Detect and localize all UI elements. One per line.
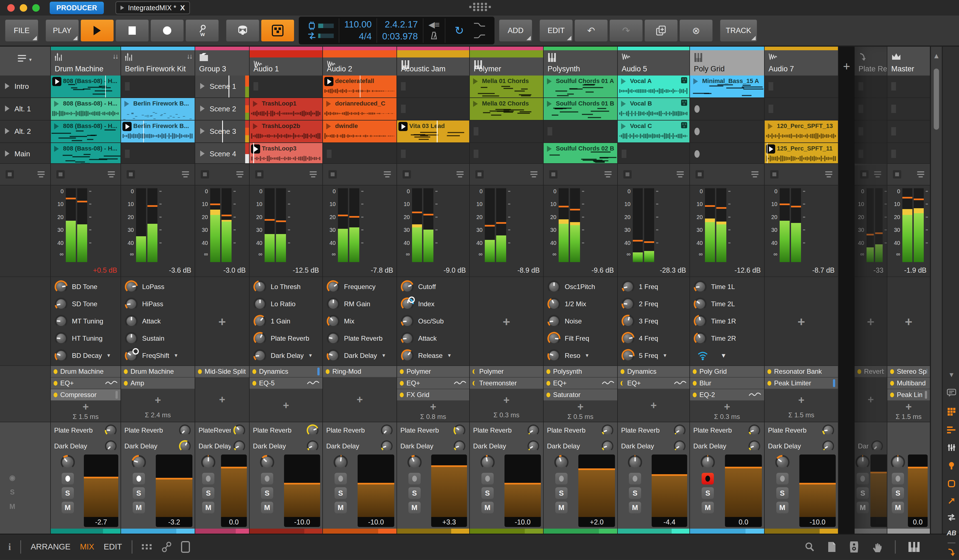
device-peak-limiter[interactable]: Peak Limiter	[887, 389, 930, 401]
search-icon[interactable]	[804, 542, 815, 552]
macro-knob-mix[interactable]	[326, 314, 340, 328]
macro-knob-attack[interactable]	[124, 314, 138, 328]
device-scrollbar[interactable]	[833, 379, 835, 387]
macro-knob-plate-reverb[interactable]	[326, 331, 340, 345]
fader-track[interactable]	[284, 455, 320, 517]
device-panel-icon[interactable]	[943, 480, 959, 488]
loop-icon[interactable]: ↻	[450, 24, 469, 37]
pan-knob[interactable]	[890, 455, 906, 470]
play-menu-button[interactable]: PLAY	[46, 19, 79, 41]
track-stop-alt-icon[interactable]	[182, 171, 189, 177]
track-header-master[interactable]: Master	[887, 47, 930, 76]
device-eq-2[interactable]: EQ-2	[690, 389, 764, 401]
track-header-group-3[interactable]: Group 3	[195, 47, 249, 76]
device-resonator-bank[interactable]: Resonator Bank	[765, 366, 838, 378]
fader-track[interactable]	[431, 455, 467, 517]
scene-list-icon[interactable]	[18, 55, 27, 62]
browser-button[interactable]	[226, 19, 259, 41]
device-saturator[interactable]: Saturator	[544, 389, 617, 401]
track-header-audio-5[interactable]: Audio 5	[618, 47, 690, 76]
macro-knob-cutoff[interactable]	[400, 280, 414, 294]
send-knob-dark-delay[interactable]	[822, 440, 835, 453]
clip-slot[interactable]	[855, 121, 887, 143]
device-enabled-icon[interactable]	[693, 393, 697, 397]
device-enabled-icon[interactable]	[124, 381, 128, 386]
track-button[interactable]: TRACK	[720, 19, 757, 41]
ab-compare-icon[interactable]: AB	[943, 529, 959, 537]
clip-slot[interactable]: TrashLoop1	[250, 98, 322, 121]
macro-knob-ht-tuning[interactable]	[54, 331, 68, 345]
add-remote-controls-button[interactable]: +	[887, 278, 930, 365]
device-enabled-icon[interactable]	[198, 369, 202, 374]
record-arm-button[interactable]	[857, 473, 869, 484]
add-device-button[interactable]: +	[121, 389, 194, 411]
send-knob-dark-delay[interactable]	[871, 440, 884, 453]
clip-grid-icon[interactable]	[943, 407, 959, 417]
scene-play-icon[interactable]	[5, 105, 10, 111]
clip-slot[interactable]	[887, 121, 930, 143]
device-enabled-icon[interactable]	[546, 381, 550, 386]
comment-icon[interactable]	[943, 389, 959, 398]
zoom-window-button[interactable]	[32, 4, 40, 12]
record-arm-button[interactable]	[629, 473, 641, 484]
clip-slot[interactable]	[121, 143, 194, 165]
add-remote-controls-button[interactable]: +	[195, 278, 249, 365]
tempo-value[interactable]: 110.00	[344, 20, 371, 29]
crossfade-icons[interactable]	[473, 22, 486, 38]
macro-knob-lo-ratio[interactable]	[253, 297, 267, 311]
volume-fader[interactable]: +3.3	[431, 455, 467, 527]
track-header-audio-7[interactable]: Audio 7	[765, 47, 838, 76]
send-knob-plate-reverb[interactable]	[104, 424, 117, 437]
clip-slot[interactable]	[765, 76, 838, 98]
send-knob-plate-reverb[interactable]	[306, 424, 319, 437]
add-remote-controls-button[interactable]: +	[470, 278, 543, 365]
pan-knob[interactable]	[60, 455, 75, 470]
pan-knob[interactable]	[775, 455, 790, 470]
scene-play-icon[interactable]	[5, 128, 10, 134]
device-scrollbar[interactable]	[925, 391, 927, 399]
mute-button[interactable]: M	[335, 502, 347, 513]
device-enabled-icon[interactable]	[621, 369, 624, 374]
track-header-drum-machine[interactable]: ↓↓Drum Machine	[51, 47, 121, 76]
macro-knob-time-1l[interactable]	[693, 280, 707, 294]
volume-fader[interactable]: 0.0	[725, 455, 762, 527]
play-button[interactable]	[81, 19, 114, 41]
clip-slot[interactable]	[397, 143, 469, 165]
volume-fader[interactable]: -10.0	[284, 455, 320, 527]
clip-slot[interactable]: Vocal A	[618, 76, 690, 98]
device-enabled-icon[interactable]	[54, 393, 57, 397]
add-remote-controls-button[interactable]: +	[765, 278, 838, 365]
send-knob-dark-delay[interactable]	[453, 440, 466, 453]
device-mid-side-split[interactable]: Mid-Side Split	[195, 366, 249, 378]
send-knob-plate-reverb[interactable]	[381, 424, 393, 437]
solo-button[interactable]: S	[133, 487, 145, 499]
pan-knob[interactable]	[480, 455, 495, 470]
macro-knob-lo-thresh[interactable]	[253, 280, 267, 294]
clip-play-icon[interactable]	[326, 123, 331, 129]
device-enabled-icon[interactable]	[693, 381, 697, 386]
macro-knob-hipass[interactable]	[124, 297, 138, 311]
solo-button[interactable]: S	[555, 487, 567, 499]
device-scrollbar[interactable]	[116, 391, 118, 399]
mixer-view-icon[interactable]	[943, 444, 959, 453]
device-ring-mod[interactable]: Ring-Mod	[323, 366, 397, 378]
meter-bridge-icon[interactable]	[943, 462, 959, 471]
send-knob-dark-delay[interactable]	[381, 440, 393, 453]
device-enabled-icon[interactable]	[252, 369, 256, 374]
view-edit[interactable]: EDIT	[104, 542, 122, 551]
pan-knob[interactable]	[627, 455, 643, 470]
send-knob-dark-delay[interactable]	[748, 440, 761, 453]
mute-button[interactable]: M	[481, 502, 494, 513]
duplicate-button[interactable]	[644, 19, 678, 41]
stop-button[interactable]	[116, 19, 149, 41]
stop-all-clips-button[interactable]	[6, 170, 14, 178]
add-device-button[interactable]: +	[250, 389, 322, 422]
clip-slot[interactable]	[618, 143, 690, 165]
clip-slot[interactable]: Soulful Chords 02 B	[544, 143, 617, 165]
mute-button[interactable]: M	[202, 502, 214, 513]
record-arm-button[interactable]	[133, 473, 145, 484]
macro-knob-time-1r[interactable]	[693, 314, 707, 328]
device-eq-5[interactable]: EQ-5	[250, 378, 322, 389]
punch-in-icon[interactable]: ◀≡	[429, 20, 440, 29]
clip-slot[interactable]	[887, 143, 930, 165]
